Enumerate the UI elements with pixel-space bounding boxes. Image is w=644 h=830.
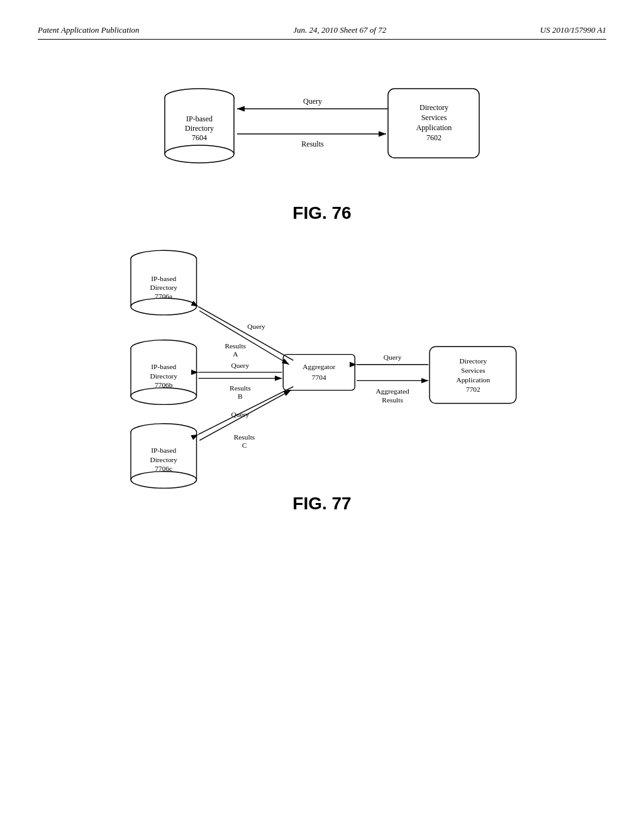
fig76-svg: IP-based Directory 7604 Directory Servic… — [146, 65, 498, 191]
svg-point-33 — [131, 388, 197, 405]
svg-line-55 — [199, 311, 289, 365]
header-right: US 2010/157990 A1 — [540, 25, 606, 35]
page: Patent Application Publication Jun. 24, … — [0, 0, 644, 830]
svg-text:Application: Application — [456, 376, 490, 384]
svg-text:Directory: Directory — [150, 284, 177, 291]
svg-text:IP-based: IP-based — [151, 446, 176, 454]
svg-text:Services: Services — [461, 367, 486, 374]
svg-text:Application: Application — [416, 123, 452, 132]
fig77-diagram: IP-based Directory 7706a IP-based Direct… — [102, 242, 542, 481]
svg-text:IP-based: IP-based — [151, 363, 176, 370]
svg-text:Directory: Directory — [185, 124, 214, 133]
page-header: Patent Application Publication Jun. 24, … — [38, 25, 606, 40]
svg-text:Directory: Directory — [150, 372, 177, 380]
svg-text:Results: Results — [234, 433, 255, 441]
svg-text:B: B — [238, 392, 243, 400]
svg-text:Aggregator: Aggregator — [303, 363, 335, 370]
svg-text:7704: 7704 — [312, 374, 326, 381]
fig76-diagram: IP-based Directory 7604 Directory Servic… — [146, 65, 498, 191]
fig77-section: IP-based Directory 7706a IP-based Direct… — [38, 242, 606, 514]
svg-text:7706b: 7706b — [155, 381, 173, 389]
svg-point-4 — [165, 145, 234, 163]
svg-text:Query: Query — [384, 353, 402, 361]
svg-text:Services: Services — [421, 113, 447, 122]
svg-text:Results: Results — [225, 342, 246, 350]
svg-point-25 — [131, 298, 197, 315]
svg-text:7702: 7702 — [466, 385, 480, 393]
svg-text:Directory: Directory — [460, 357, 487, 365]
svg-text:A: A — [233, 350, 238, 358]
svg-text:C: C — [242, 441, 247, 449]
fig76-label: FIG. 76 — [38, 203, 606, 223]
header-center: Jun. 24, 2010 Sheet 67 of 72 — [293, 25, 386, 35]
fig76-section: IP-based Directory 7604 Directory Servic… — [38, 65, 606, 223]
header-left: Patent Application Publication — [38, 25, 140, 35]
svg-text:Query: Query — [303, 97, 322, 106]
svg-text:Query: Query — [231, 362, 250, 369]
fig77-svg: IP-based Directory 7706a IP-based Direct… — [102, 242, 542, 481]
svg-text:IP-based: IP-based — [186, 114, 213, 123]
svg-text:Results: Results — [382, 396, 403, 404]
svg-text:7706a: 7706a — [155, 292, 172, 300]
svg-text:Directory: Directory — [150, 456, 177, 463]
svg-rect-48 — [430, 346, 516, 403]
svg-text:7604: 7604 — [192, 133, 207, 142]
svg-text:Aggregated: Aggregated — [376, 387, 409, 395]
fig77-label: FIG. 77 — [38, 494, 606, 514]
svg-text:7602: 7602 — [426, 133, 441, 142]
svg-text:IP-based: IP-based — [151, 275, 176, 282]
svg-line-53 — [198, 307, 293, 360]
svg-text:Query: Query — [247, 323, 265, 330]
svg-text:Results: Results — [301, 140, 324, 148]
svg-text:Directory: Directory — [419, 103, 448, 112]
svg-point-41 — [131, 472, 197, 489]
svg-rect-45 — [283, 355, 355, 390]
svg-text:7706c: 7706c — [155, 465, 172, 472]
svg-text:Results: Results — [230, 384, 251, 392]
